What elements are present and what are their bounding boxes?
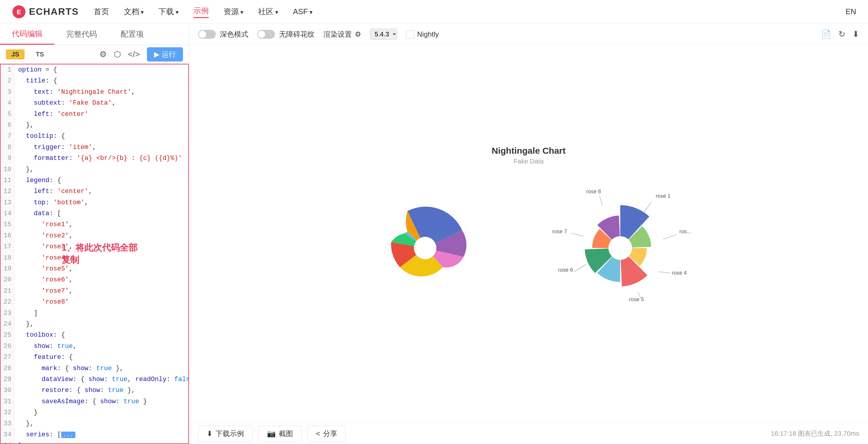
code-line-30: 30 restore: { show: true },: [1, 385, 189, 396]
rose4-label: rose 4: [672, 270, 687, 276]
share-button[interactable]: < 分享: [307, 426, 346, 442]
code-editor[interactable]: 1option = { 2 title: { 3 text: 'Nighting…: [0, 64, 189, 444]
code-line-8: 8 trigger: 'item',: [1, 142, 189, 153]
screenshot-button[interactable]: 📷 截图: [258, 426, 302, 442]
tab-code-editor[interactable]: 代码编辑: [0, 24, 54, 45]
version-select[interactable]: 5.4.3: [370, 29, 397, 40]
lang-switch[interactable]: EN: [845, 7, 856, 16]
code-line-33: 33 },: [1, 418, 189, 429]
nav-asf[interactable]: ASF: [293, 7, 312, 16]
code-line-5: 5 left: 'center': [1, 109, 189, 120]
main-content: 代码编辑 完整代码 配置项 JS TS ⚙ ⬡ </> ▶ 运行 1option…: [0, 24, 868, 444]
code-icon[interactable]: </>: [128, 50, 140, 59]
rose7-label: rose 7: [552, 228, 567, 234]
chart-title: Nightingale Chart: [492, 146, 565, 156]
code-line-23: 23 ]: [1, 308, 189, 319]
code-line-18: 18 'rose4',: [1, 252, 189, 263]
cube-icon[interactable]: ⬡: [114, 50, 121, 59]
charts-container: rose 1 ros... rose 4 rose 5 rose 6 rose …: [357, 174, 700, 322]
nightly-checkbox[interactable]: [406, 30, 414, 38]
logo-text: ECHARTS: [29, 6, 79, 17]
nightly-group: Nightly: [406, 30, 439, 38]
code-line-4: 4 subtext: 'Fake Data',: [1, 98, 189, 108]
accessible-toggle[interactable]: [257, 30, 275, 39]
top-navigation: E ECHARTS 首页 文档 下载 示例 资源 社区 ASF EN: [0, 0, 868, 24]
run-icon: ▶: [154, 50, 159, 59]
rose1-connector: [644, 202, 651, 213]
render-settings[interactable]: 渲染设置 ⚙: [323, 30, 361, 39]
nav-home[interactable]: 首页: [94, 6, 109, 17]
code-line-21: 21 'rose7',: [1, 286, 189, 296]
download-example-label: 下载示例: [216, 429, 244, 438]
code-line-31: 31 saveAsImage: { show: true }: [1, 396, 189, 407]
chart-area: Nightingale Chart Fake Data: [189, 45, 868, 423]
rose4-connector: [659, 272, 671, 273]
render-settings-label: 渲染设置: [323, 30, 352, 39]
screenshot-label: 截图: [279, 429, 293, 438]
chart-subtitle: Fake Data: [514, 158, 544, 165]
code-line-7: 7 tooltip: {: [1, 131, 189, 141]
nightly-label: Nightly: [417, 30, 439, 38]
code-line-22: 22 'rose8': [1, 296, 189, 308]
rose8-label: rose 8: [586, 189, 601, 194]
nav-examples[interactable]: 示例: [193, 6, 209, 18]
bottom-bar: ⬇ 下载示例 📷 截图 < 分享 16:17:18 图表已生成, 23.70ms: [189, 423, 868, 444]
run-label: 运行: [162, 50, 176, 59]
dark-mode-label: 深色模式: [220, 30, 248, 39]
code-line-25: 25 toolbox: {: [1, 329, 189, 341]
share-label: 分享: [323, 429, 337, 438]
code-line-20: 20 'rose6',: [1, 274, 189, 285]
code-line-6: 6 },: [1, 120, 189, 131]
nav-docs[interactable]: 文档: [124, 6, 144, 17]
code-line-29: 29 dataView: { show: true, readOnly: fal…: [1, 374, 189, 385]
left-panel: 代码编辑 完整代码 配置项 JS TS ⚙ ⬡ </> ▶ 运行 1option…: [0, 24, 189, 444]
code-toolbar: JS TS ⚙ ⬡ </> ▶ 运行: [0, 45, 189, 64]
status-bar: 16:17:18 图表已生成, 23.70ms: [771, 429, 859, 438]
code-line-17: 17 'rose3',: [1, 241, 189, 252]
code-line-16: 16 'rose2',: [1, 230, 189, 241]
nav-resources[interactable]: 资源: [223, 6, 244, 17]
code-line-12: 12 left: 'center',: [1, 186, 189, 197]
code-line-11: 11 legend: {: [1, 175, 189, 186]
right-panel: 深色模式 无障碍花纹 渲染设置 ⚙ 5.4.3 Nightly 📄 ↻ ⬇: [189, 24, 868, 444]
nav-community[interactable]: 社区: [258, 6, 278, 17]
code-line-34: 34 series: [...: [1, 429, 189, 440]
code-line-15: 15 'rose1',: [1, 219, 189, 230]
code-line-2: 2 title: {: [1, 75, 189, 86]
nav-items: 首页 文档 下载 示例 资源 社区 ASF: [94, 6, 831, 18]
left-rose-chart: [357, 180, 493, 316]
rose2-label: ros...: [679, 228, 691, 234]
dark-mode-toggle[interactable]: [198, 30, 216, 39]
chart-actions: 📄 ↻ ⬇: [821, 29, 859, 39]
refresh-icon[interactable]: ↻: [838, 29, 845, 39]
right-rose-chart: rose 1 ros... rose 4 rose 5 rose 6 rose …: [540, 174, 700, 322]
js-button[interactable]: JS: [6, 50, 25, 59]
code-lines: 1option = { 2 title: { 3 text: 'Nighting…: [1, 64, 189, 444]
nav-download[interactable]: 下载: [158, 6, 179, 17]
download-icon[interactable]: ⬇: [852, 29, 859, 39]
logo[interactable]: E ECHARTS: [12, 5, 79, 19]
tab-config[interactable]: 配置项: [109, 24, 156, 45]
code-line-32: 32 }: [1, 407, 189, 418]
code-line-14: 14 data: [: [1, 208, 189, 219]
run-button[interactable]: ▶ 运行: [147, 47, 183, 62]
center-circle-left: [414, 237, 436, 259]
code-line-9: 9 formatter: '{a} <br/>{b} : {c} ({d}%)': [1, 153, 189, 164]
document-icon[interactable]: 📄: [821, 29, 831, 39]
tab-full-code[interactable]: 完整代码: [54, 24, 109, 45]
download-example-button[interactable]: ⬇ 下载示例: [198, 426, 252, 442]
rose6-connector: [575, 264, 586, 272]
code-line-24: 24 },: [1, 319, 189, 329]
code-line-13: 13 top: 'bottom',: [1, 197, 189, 208]
echarts-logo-icon: E: [12, 5, 26, 19]
accessible-toggle-group: 无障碍花纹: [257, 30, 315, 39]
dark-mode-toggle-group: 深色模式: [198, 30, 248, 39]
code-line-28: 28 mark: { show: true },: [1, 363, 189, 374]
camera-icon: 📷: [267, 430, 276, 438]
code-line-26: 26 show: true,: [1, 341, 189, 352]
ts-button[interactable]: TS: [30, 50, 50, 59]
rose5-label: rose 5: [629, 296, 644, 303]
settings-icon[interactable]: ⚙: [99, 50, 107, 59]
accessible-label: 无障碍花纹: [279, 30, 315, 39]
share-icon: <: [316, 430, 320, 438]
